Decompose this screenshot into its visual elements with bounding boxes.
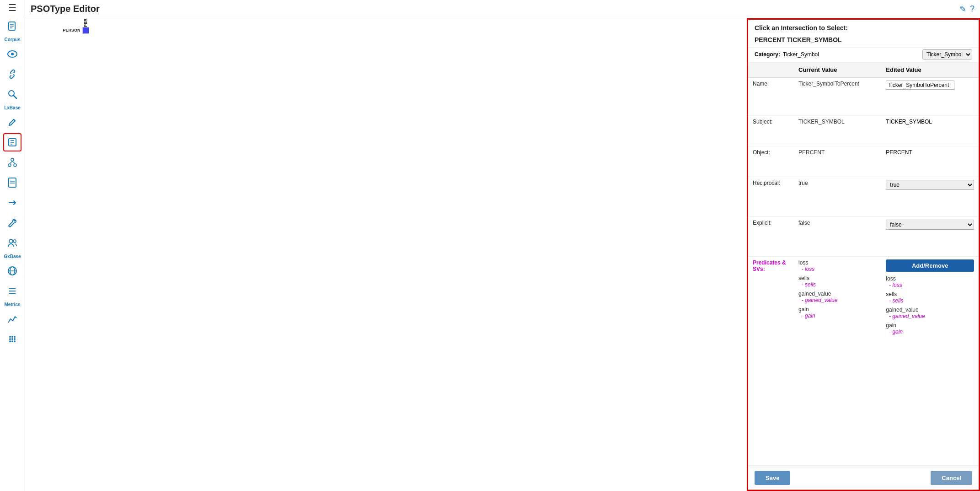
pred-edited-gain: gain - gain: [886, 322, 974, 335]
row-subject: Subject: TICKER_SYMBOL TICKER_SYMBOL: [748, 115, 979, 146]
sidebar-item-chart[interactable]: [3, 310, 21, 328]
sidebar-item-psotype[interactable]: [3, 133, 21, 151]
name-input[interactable]: [886, 81, 954, 90]
subject-current: TICKER_SYMBOL: [794, 115, 881, 146]
sidebar-item-dots[interactable]: [3, 330, 21, 348]
edit-icon[interactable]: ✎: [959, 4, 966, 14]
pred-current-sells: sells - sells: [798, 275, 877, 288]
svg-rect-17: [9, 178, 16, 187]
cancel-button[interactable]: Cancel: [931, 471, 972, 485]
sidebar-item-people[interactable]: [3, 234, 21, 252]
col-header: PERSON: [82, 21, 89, 27]
add-remove-button[interactable]: Add/Remove: [886, 259, 974, 272]
reciprocal-select[interactable]: true false: [886, 180, 974, 190]
header-icons: ✎ ?: [959, 4, 975, 14]
svg-point-36: [14, 340, 16, 342]
panel-footer: Save Cancel: [748, 466, 979, 490]
subject-label: Subject:: [748, 115, 794, 146]
sidebar-item-transform[interactable]: [3, 194, 21, 212]
sidebar-item-list[interactable]: [3, 282, 21, 300]
col-header-current: Current Value: [794, 63, 881, 77]
reciprocal-edited-cell: true false: [881, 177, 979, 216]
sidebar-item-wrench[interactable]: [3, 214, 21, 232]
predicates-label: Predicates & SVs:: [748, 256, 794, 465]
sidebar-item-globe[interactable]: [3, 262, 21, 280]
sidebar-label-gxbase: GxBase: [4, 254, 21, 259]
table-row[interactable]: PERSON: [27, 27, 89, 33]
col-header-field: [748, 63, 794, 77]
page-title: PSOType Editor: [31, 4, 100, 14]
explicit-current: false: [794, 216, 881, 256]
svg-line-7: [14, 96, 16, 98]
object-current: PERCENT: [794, 146, 881, 177]
sidebar-item-search[interactable]: [3, 85, 21, 103]
svg-point-35: [11, 340, 13, 342]
right-panel: Click an Intersection to Select: PERCENT…: [747, 18, 980, 491]
pred-current-gain: gain - gain: [798, 306, 877, 319]
svg-point-33: [14, 338, 16, 340]
col-header-edited: Edited Value: [881, 63, 979, 77]
sidebar: ☰ Corpus LxBase GxBase Metrics: [0, 0, 25, 491]
matrix-container: PERSON PERSON: [27, 21, 89, 34]
svg-point-12: [11, 158, 14, 161]
pred-current-gained-value: gained_value - gained_value: [798, 291, 877, 303]
svg-point-14: [14, 164, 16, 167]
svg-point-21: [13, 240, 16, 243]
predicates-current-cell: loss - loss sells - sells gained_value -…: [794, 256, 881, 465]
panel-header: Click an Intersection to Select:: [748, 20, 979, 34]
category-value: Ticker_Symbol: [783, 51, 819, 58]
svg-point-13: [8, 164, 11, 167]
category-select[interactable]: Ticker_Symbol: [922, 49, 972, 59]
svg-point-29: [11, 336, 13, 338]
svg-point-30: [14, 336, 16, 338]
row-reciprocal: Reciprocal: true true false: [748, 177, 979, 216]
sidebar-label-lxbase: LxBase: [4, 105, 21, 110]
row-object: Object: PERCENT PERCENT: [748, 146, 979, 177]
sidebar-label-corpus: Corpus: [5, 37, 21, 42]
svg-point-28: [9, 336, 11, 338]
svg-point-5: [11, 53, 14, 55]
row-header: PERSON: [27, 27, 82, 33]
panel-subheader: PERCENT TICKER_SYMBOL: [748, 34, 979, 48]
name-label: Name:: [748, 77, 794, 115]
object-edited-cell: PERCENT: [881, 146, 979, 177]
name-current: Ticker_SymbolToPercent: [794, 77, 881, 115]
matrix-area[interactable]: PERSON PERSON: [25, 18, 747, 491]
sidebar-item-eye[interactable]: [3, 45, 21, 63]
pred-edited-gained-value: gained_value - gained_value: [886, 307, 974, 319]
name-edited-cell: [881, 77, 979, 115]
svg-line-15: [10, 161, 12, 164]
reciprocal-current: true: [794, 177, 881, 216]
explicit-label: Explicit:: [748, 216, 794, 256]
pred-current-loss: loss - loss: [798, 259, 877, 272]
category-label: Category:: [755, 51, 780, 58]
matrix-table[interactable]: PERSON PERSON: [27, 21, 89, 34]
matrix-cell[interactable]: [82, 27, 89, 33]
svg-point-31: [9, 338, 11, 340]
explicit-select[interactable]: false true: [886, 220, 974, 230]
object-edited-value: PERCENT: [886, 149, 912, 156]
row-explicit: Explicit: false false true: [748, 216, 979, 256]
sidebar-item-link[interactable]: [3, 65, 21, 83]
subject-edited-cell: TICKER_SYMBOL: [881, 115, 979, 146]
svg-point-20: [9, 239, 13, 243]
sidebar-item-doc[interactable]: [3, 173, 21, 192]
save-button[interactable]: Save: [755, 471, 790, 485]
help-icon[interactable]: ?: [970, 4, 975, 14]
panel-table: Current Value Edited Value Name: Ticker_…: [748, 63, 979, 466]
main-area: PSOType Editor ✎ ? PERSON PERSON Click a…: [25, 0, 980, 491]
reciprocal-label: Reciprocal:: [748, 177, 794, 216]
sidebar-item-edit[interactable]: [3, 113, 21, 131]
sidebar-item-corpus[interactable]: [3, 17, 21, 35]
svg-line-16: [12, 161, 15, 164]
predicates-edited-cell: Add/Remove loss - loss sells - sells: [881, 256, 979, 465]
explicit-edited-cell: false true: [881, 216, 979, 256]
hamburger-menu[interactable]: ☰: [8, 2, 16, 13]
subject-edited-value: TICKER_SYMBOL: [886, 119, 932, 125]
row-name: Name: Ticker_SymbolToPercent: [748, 77, 979, 115]
app-header: PSOType Editor ✎ ?: [25, 0, 980, 18]
svg-point-34: [9, 340, 11, 342]
intersection-title: PERCENT TICKER_SYMBOL: [755, 36, 842, 43]
pred-edited-sells: sells - sells: [886, 291, 974, 304]
sidebar-item-cluster[interactable]: [3, 153, 21, 172]
